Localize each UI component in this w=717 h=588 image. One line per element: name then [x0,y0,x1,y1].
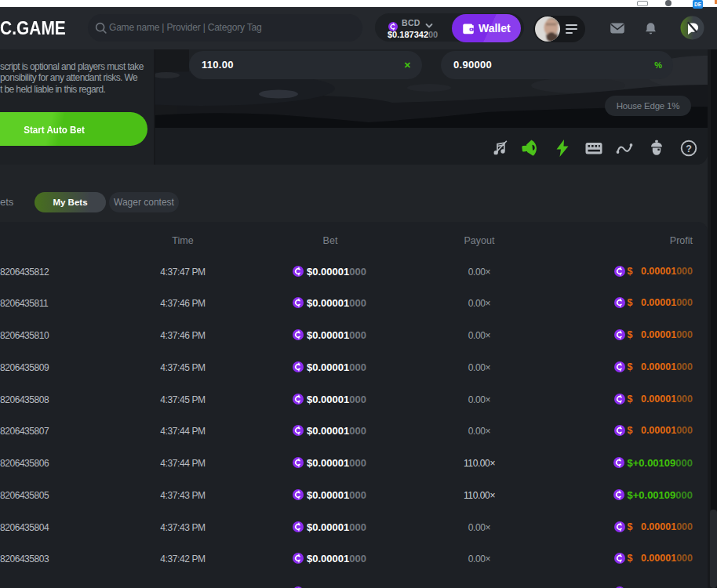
svg-text:?: ? [686,143,692,154]
